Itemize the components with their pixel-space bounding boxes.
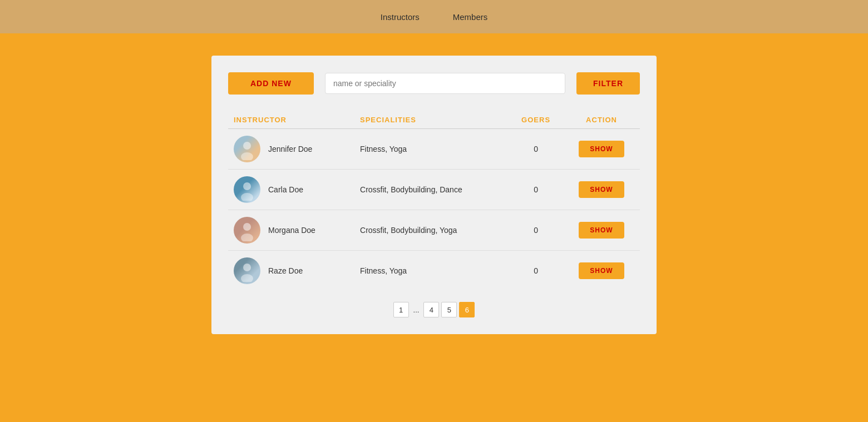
instructor-name: Jennifer Doe [268,145,312,153]
nav-link-members[interactable]: Members [453,12,488,22]
table-row: Carla DoeCrossfit, Bodybuilding, Dance0S… [228,170,640,210]
avatar [234,217,260,244]
goers-cell: 0 [509,129,563,170]
col-header-goers: GOERS [509,111,563,129]
action-cell: SHOW [563,210,640,251]
table-body: Jennifer DoeFitness, Yoga0SHOW Carla Doe… [228,129,640,291]
instructor-cell: Morgana Doe [228,210,354,251]
goers-cell: 0 [509,170,563,210]
instructor-name: Carla Doe [268,185,303,194]
filter-button[interactable]: FILTER [576,72,640,95]
avatar [234,176,260,203]
avatar [234,136,260,162]
page-button-5[interactable]: 5 [441,302,457,317]
show-button[interactable]: SHOW [579,262,624,279]
page-button-6[interactable]: 6 [459,302,475,317]
action-cell: SHOW [563,170,640,210]
pagination: 1...456 [228,302,640,317]
svg-point-2 [243,182,251,190]
content-card: ADD NEW FILTER INSTRUCTOR SPECIALITIES G… [211,56,657,334]
show-button[interactable]: SHOW [579,222,624,239]
action-cell: SHOW [563,251,640,291]
specialities-cell: Crossfit, Bodybuilding, Yoga [354,210,509,251]
goers-cell: 0 [509,210,563,251]
show-button[interactable]: SHOW [579,141,624,157]
col-header-specialities: SPECIALITIES [354,111,509,129]
page-button-4[interactable]: 4 [423,302,439,317]
specialities-cell: Fitness, Yoga [354,251,509,291]
svg-point-7 [241,274,253,282]
table-header-row: INSTRUCTOR SPECIALITIES GOERS ACTION [228,111,640,129]
pagination-ellipsis: ... [411,306,422,314]
toolbar: ADD NEW FILTER [228,72,640,95]
svg-point-1 [241,152,253,160]
table-row: Raze DoeFitness, Yoga0SHOW [228,251,640,291]
search-input[interactable] [325,73,565,94]
instructor-table: INSTRUCTOR SPECIALITIES GOERS ACTION Jen… [228,111,640,291]
show-button[interactable]: SHOW [579,181,624,198]
svg-point-5 [241,234,253,241]
action-cell: SHOW [563,129,640,170]
goers-cell: 0 [509,251,563,291]
svg-point-0 [243,142,251,150]
svg-point-3 [241,193,253,201]
svg-point-6 [243,264,251,271]
table-row: Jennifer DoeFitness, Yoga0SHOW [228,129,640,170]
navbar: InstructorsMembers [0,0,868,33]
col-header-instructor: INSTRUCTOR [228,111,354,129]
specialities-cell: Crossfit, Bodybuilding, Dance [354,170,509,210]
page-button-1[interactable]: 1 [393,302,409,317]
instructor-cell: Raze Doe [228,251,354,291]
svg-point-4 [243,223,251,231]
col-header-action: ACTION [563,111,640,129]
add-new-button[interactable]: ADD NEW [228,72,314,95]
instructor-name: Morgana Doe [268,226,315,235]
specialities-cell: Fitness, Yoga [354,129,509,170]
instructor-name: Raze Doe [268,266,303,275]
avatar [234,257,260,284]
instructor-cell: Jennifer Doe [228,129,354,170]
table-row: Morgana DoeCrossfit, Bodybuilding, Yoga0… [228,210,640,251]
nav-link-instructors[interactable]: Instructors [381,12,420,22]
main-area: ADD NEW FILTER INSTRUCTOR SPECIALITIES G… [0,33,868,422]
instructor-cell: Carla Doe [228,170,354,210]
